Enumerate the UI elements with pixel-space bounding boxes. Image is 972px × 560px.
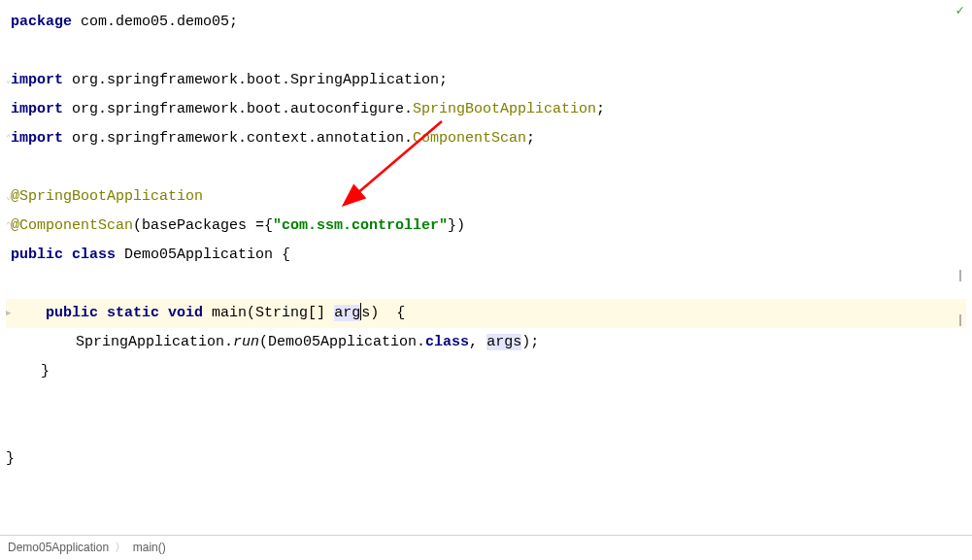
annotation-args: (basePackages ={	[133, 217, 273, 234]
code-line[interactable]: public class Demo05Application {	[6, 241, 966, 270]
param-highlight: args	[486, 334, 521, 350]
keyword-package: package	[11, 14, 72, 30]
breadcrumb-separator: 〉	[112, 541, 129, 554]
close-brace: }	[6, 450, 15, 467]
import-path: org.springframework.boot.SpringApplicati…	[63, 72, 448, 88]
close-brace: }	[6, 363, 50, 379]
code-text: (Demo05Application.	[259, 334, 425, 350]
check-icon: ✓	[956, 2, 964, 18]
package-name: com.demo05.demo05;	[72, 14, 238, 30]
keyword-public: public	[46, 305, 98, 321]
breadcrumbs-bar[interactable]: Demo05Application 〉 main()	[0, 535, 972, 560]
method-signature: ) {	[370, 305, 405, 321]
method-signature: main(String[]	[203, 305, 334, 321]
code-editor[interactable]: package com.demo05.demo05; ⌄import org.s…	[0, 0, 972, 474]
code-line[interactable]	[6, 153, 966, 182]
semicolon: ;	[596, 101, 605, 117]
param: s	[361, 305, 370, 321]
code-line[interactable]: ⌄import org.springframework.boot.SpringA…	[6, 66, 966, 95]
code-line[interactable]: ⌃@ComponentScan(basePackages ={"com.ssm.…	[6, 212, 966, 241]
class-ref: SpringBootApplication	[413, 101, 596, 117]
code-text: SpringApplication.	[6, 334, 233, 350]
code-line[interactable]	[6, 270, 966, 299]
keyword-void: void	[168, 305, 203, 321]
code-line[interactable]: }	[6, 357, 966, 386]
code-line[interactable]: import org.springframework.boot.autoconf…	[6, 95, 966, 124]
code-text: );	[521, 334, 539, 350]
method-call: run	[233, 334, 259, 350]
string-literal: "com.ssm.controller"	[273, 217, 448, 234]
breadcrumb-item[interactable]: Demo05Application	[8, 541, 109, 554]
class-ref: ComponentScan	[413, 130, 526, 147]
code-line[interactable]: SpringApplication.run(Demo05Application.…	[6, 328, 966, 357]
code-line-current[interactable]: ▶ public static void main(String[] args)…	[6, 299, 966, 328]
fold-mark[interactable]	[959, 314, 961, 326]
class-declaration: Demo05Application {	[116, 247, 290, 263]
code-line[interactable]: package com.demo05.demo05;	[6, 8, 966, 37]
keyword-class: class	[72, 247, 116, 263]
code-line[interactable]: }	[6, 445, 966, 474]
annotation: @SpringBootApplication	[11, 188, 203, 205]
import-path: org.springframework.boot.autoconfigure.	[63, 101, 413, 117]
keyword-import: import	[11, 101, 63, 117]
code-line[interactable]: ⌃import org.springframework.context.anno…	[6, 124, 966, 153]
code-text: ,	[469, 334, 486, 350]
code-line[interactable]	[6, 415, 966, 445]
annotation: @ComponentScan	[11, 217, 133, 234]
breadcrumb-item[interactable]: main()	[133, 541, 166, 554]
import-path: org.springframework.context.annotation.	[63, 130, 413, 147]
keyword-public: public	[11, 247, 63, 263]
code-line[interactable]	[6, 386, 966, 415]
param-highlight: arg	[334, 305, 360, 321]
semicolon: ;	[526, 130, 535, 147]
annotation-args: })	[448, 217, 465, 234]
keyword-static: static	[107, 305, 159, 321]
code-line[interactable]: ⌄@SpringBootApplication	[6, 182, 966, 212]
fold-mark[interactable]	[959, 270, 961, 281]
keyword-class: class	[425, 334, 469, 350]
keyword-import: import	[11, 130, 63, 147]
keyword-import: import	[11, 72, 63, 88]
code-line[interactable]	[6, 37, 966, 66]
